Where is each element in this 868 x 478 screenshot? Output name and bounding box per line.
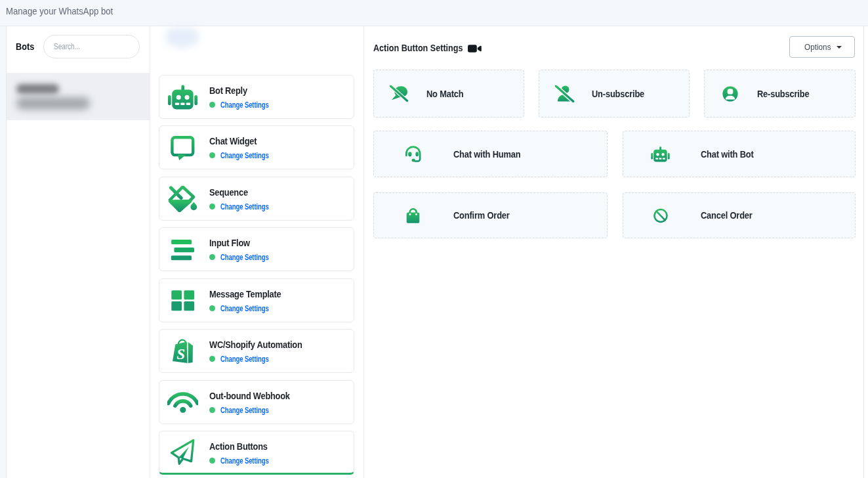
- svg-text:S: S: [176, 345, 185, 362]
